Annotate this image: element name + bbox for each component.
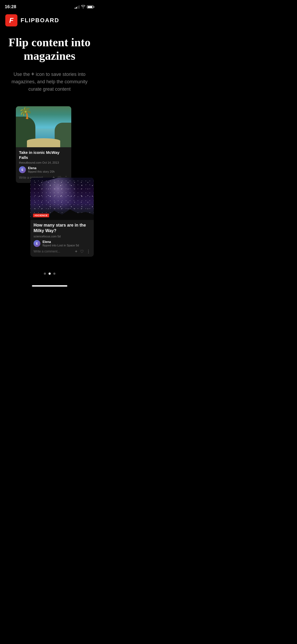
- card-1-user-name: Elena: [28, 166, 68, 170]
- home-bar: [32, 285, 67, 287]
- card-1-user-action: flipped this story 20h: [28, 170, 68, 173]
- status-icons: [75, 5, 94, 9]
- card-1-title: Take in iconic McWay Falls: [19, 150, 68, 160]
- hero-plus-icon: +: [31, 71, 36, 77]
- cards-section: 🌴 Take in iconic McWay Falls theoutbound…: [0, 96, 99, 265]
- card-2-user-row: E Elena flipped into Lost in Space 5d: [34, 240, 91, 247]
- card-2-image: #SCIENCE: [30, 178, 94, 220]
- card-1-image: 🌴: [16, 106, 71, 147]
- pagination-dots: [0, 265, 99, 280]
- card-2-user-info: Elena flipped into Lost in Space 5d: [43, 240, 91, 247]
- card-row-2: #SCIENCE How many stars are in the Milky…: [5, 178, 94, 257]
- dot-2[interactable]: [49, 273, 51, 275]
- card-2-comment-row: Write a comment... + ♡ ⋮: [34, 249, 91, 254]
- status-time: 16:28: [5, 4, 16, 10]
- battery-icon: [87, 5, 94, 8]
- dot-3[interactable]: [53, 273, 55, 275]
- card-2-body: How many stars are in the Milky Way? sci…: [30, 220, 94, 257]
- card-2-heart-button[interactable]: ♡: [80, 249, 84, 254]
- card-1-user-row: E Elena flipped this story 20h: [19, 166, 68, 173]
- card-2-user-action: flipped into Lost in Space 5d: [43, 244, 91, 247]
- card-1-avatar: E: [19, 166, 26, 173]
- card-row-1: 🌴 Take in iconic McWay Falls theoutbound…: [5, 106, 94, 183]
- card-2-plus-button[interactable]: +: [75, 249, 77, 254]
- beach-scene: 🌴: [16, 106, 71, 147]
- card-2[interactable]: #SCIENCE How many stars are in the Milky…: [30, 178, 94, 257]
- beach-sand: [27, 138, 60, 147]
- card-2-source: sciencefocus.com 5d: [34, 235, 91, 238]
- app-header: F FLIPBOARD: [0, 12, 99, 31]
- hero-section: Flip content into magazines Use the + ic…: [0, 31, 99, 96]
- card-2-avatar: E: [34, 240, 40, 247]
- signal-icon: [75, 5, 79, 9]
- app-logo-icon: F: [5, 14, 17, 26]
- card-2-title: How many stars are in the Milky Way?: [34, 223, 91, 234]
- card-2-comment-placeholder[interactable]: Write a comment...: [34, 250, 60, 253]
- card-2-actions: + ♡ ⋮: [75, 249, 91, 254]
- card-1-user-info: Elena flipped this story 20h: [28, 166, 68, 173]
- wifi-icon: [81, 5, 85, 9]
- science-tag: #SCIENCE: [33, 214, 49, 217]
- hero-title: Flip content into magazines: [8, 36, 91, 63]
- logo-letter: F: [9, 16, 13, 25]
- app-name: FLIPBOARD: [21, 17, 59, 24]
- dot-1[interactable]: [44, 273, 46, 275]
- card-2-more-button[interactable]: ⋮: [86, 249, 91, 254]
- status-bar: 16:28: [0, 0, 99, 12]
- galaxy-scene: #SCIENCE: [30, 178, 94, 220]
- hero-subtitle: Use the + icon to save stories into maga…: [8, 70, 91, 93]
- beach-palm: 🌴: [18, 106, 32, 119]
- home-indicator: [0, 280, 99, 289]
- card-2-user-name: Elena: [43, 240, 91, 244]
- card-1[interactable]: 🌴 Take in iconic McWay Falls theoutbound…: [16, 106, 71, 183]
- card-1-source: theoutbound.com Oct 14, 2013: [19, 161, 68, 164]
- hero-subtitle-before: Use the: [13, 72, 30, 77]
- cards-wrapper: 🌴 Take in iconic McWay Falls theoutbound…: [5, 104, 94, 259]
